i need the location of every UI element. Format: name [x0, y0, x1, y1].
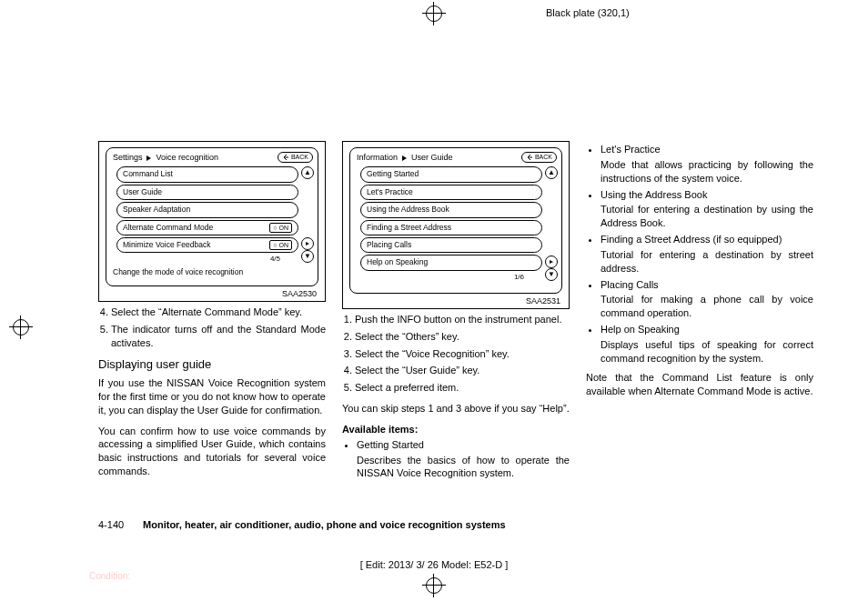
scroll-right-icon[interactable]: ▸	[545, 255, 558, 268]
item-title: Finding a Street Address (if so equipped…	[601, 234, 782, 245]
back-arrow-icon	[282, 154, 289, 161]
item-desc: Describes the basics of how to operate t…	[357, 454, 570, 481]
list-counter: 1/6	[360, 273, 542, 283]
step-item: The indicator turns off and the Standard…	[111, 323, 326, 350]
paragraph: You can skip steps 1 and 3 above if you …	[342, 402, 570, 416]
bullet-list: Getting Started Describes the basics of …	[342, 438, 570, 481]
step-item: Select a preferred item.	[355, 381, 570, 395]
item-desc: Tutorial for entering a destination by u…	[601, 203, 813, 230]
bullet-list: Let's Practice Mode that allows practici…	[586, 143, 813, 366]
menu-item[interactable]: Command List	[116, 166, 298, 182]
list-item: Placing Calls Tutorial for making a phon…	[601, 278, 813, 321]
scrollbar[interactable]: ▲ ▸ ▼	[544, 165, 559, 283]
ui-footer-hint	[353, 283, 559, 285]
item-title: Help on Speaking	[601, 324, 680, 335]
menu-item[interactable]: User Guide	[116, 185, 298, 200]
ui-footer-hint: Change the mode of voice recognition	[109, 265, 315, 277]
toggle-on-icon: ○ ON	[269, 240, 292, 250]
scroll-right-icon[interactable]: ▸	[301, 237, 314, 250]
step-item: Select the “Others” key.	[355, 330, 570, 344]
menu-item[interactable]: Speaker Adaptation	[116, 202, 298, 217]
paragraph: If you use the NISSAN Voice Recognition …	[98, 376, 326, 417]
scroll-up-icon[interactable]: ▲	[301, 166, 314, 179]
back-label: BACK	[535, 153, 552, 161]
scrollbar[interactable]: ▲ ▸ ▼	[300, 165, 315, 265]
list-item: Let's Practice Mode that allows practici…	[601, 143, 813, 185]
list-counter: 4/5	[116, 255, 298, 265]
item-desc: Tutorial for making a phone call by voic…	[601, 293, 813, 320]
item-title: Placing Calls	[601, 279, 659, 290]
step-item: Select the “User Guide” key.	[355, 364, 570, 377]
column-3: Let's Practice Mode that allows practici…	[586, 141, 813, 486]
page-number: 4-140	[98, 519, 140, 530]
menu-item[interactable]: Help on Speaking	[360, 255, 542, 270]
item-title: Using the Address Book	[601, 189, 707, 200]
registration-mark	[422, 574, 446, 597]
edit-stamp: [ Edit: 2013/ 3/ 26 Model: E52-D ]	[0, 559, 868, 570]
ui-breadcrumb-bar: Settings Voice recognition BACK	[109, 148, 315, 165]
list-item: Getting Started Describes the basics of …	[357, 438, 570, 481]
menu-item[interactable]: Alternate Command Mode○ ON	[116, 220, 298, 235]
paragraph: You can confirm how to use voice command…	[98, 425, 326, 478]
registration-mark	[422, 2, 446, 25]
breadcrumb-a: Settings	[113, 153, 143, 162]
breadcrumb-b: User Guide	[411, 153, 453, 162]
back-button[interactable]: BACK	[521, 152, 557, 162]
crop-mark	[0, 45, 1, 91]
menu-item[interactable]: Minimize Voice Feedback○ ON	[116, 237, 298, 253]
crop-mark	[0, 0, 1, 45]
step-item: Select the “Voice Recognition” key.	[355, 347, 570, 361]
ui-menu-list: Command List User Guide Speaker Adaptati…	[109, 165, 300, 265]
menu-item[interactable]: Placing Calls	[360, 237, 542, 253]
list-item: Using the Address Book Tutorial for ente…	[601, 188, 813, 231]
step-item: Push the INFO button on the instrument p…	[355, 313, 570, 326]
step-list: Select the “Alternate Command Mode” key.…	[98, 306, 326, 350]
back-label: BACK	[291, 153, 308, 161]
scroll-down-icon[interactable]: ▼	[545, 268, 558, 281]
column-1: Settings Voice recognition BACK Command …	[98, 141, 326, 486]
step-item: Select the “Alternate Command Mode” key.	[111, 306, 326, 319]
item-desc: Mode that allows practicing by following…	[601, 158, 813, 185]
page: Black plate (320,1) Settings Voice recog…	[0, 0, 868, 601]
menu-item[interactable]: Finding a Street Address	[360, 220, 542, 235]
ui-window: Settings Voice recognition BACK Command …	[106, 147, 318, 286]
column-2: Information User Guide BACK Getting Star…	[342, 141, 570, 486]
screenshot-left: Settings Voice recognition BACK Command …	[98, 141, 326, 302]
breadcrumb-a: Information	[357, 153, 398, 162]
breadcrumb-b: Voice recognition	[156, 153, 219, 162]
step-list: Push the INFO button on the instrument p…	[342, 313, 570, 395]
note-paragraph: Note that the Command List feature is on…	[586, 371, 813, 398]
item-title: Let's Practice	[601, 144, 661, 155]
chevron-right-icon	[402, 155, 407, 161]
item-desc: Displays useful tips of speaking for cor…	[601, 338, 813, 366]
registration-mark	[9, 316, 33, 339]
page-footer: 4-140 Monitor, heater, air conditioner, …	[98, 519, 506, 530]
back-arrow-icon	[526, 154, 533, 161]
screenshot-right: Information User Guide BACK Getting Star…	[342, 141, 570, 309]
ui-menu-list: Getting Started Let's Practice Using the…	[353, 165, 544, 283]
ui-breadcrumb-bar: Information User Guide BACK	[353, 148, 559, 165]
section-title: Monitor, heater, air conditioner, audio,…	[143, 519, 506, 530]
list-item: Help on Speaking Displays useful tips of…	[601, 323, 813, 366]
content-columns: Settings Voice recognition BACK Command …	[98, 141, 813, 486]
menu-item[interactable]: Getting Started	[360, 166, 542, 182]
scroll-up-icon[interactable]: ▲	[545, 166, 558, 179]
list-item: Finding a Street Address (if so equipped…	[601, 233, 813, 275]
plate-label: Black plate (320,1)	[546, 7, 630, 18]
menu-item[interactable]: Let's Practice	[360, 185, 542, 200]
item-desc: Tutorial for entering a destination by s…	[601, 248, 813, 275]
figure-label: SAA2530	[106, 286, 318, 299]
scroll-down-icon[interactable]: ▼	[301, 250, 314, 263]
back-button[interactable]: BACK	[278, 152, 313, 162]
toggle-on-icon: ○ ON	[269, 223, 292, 233]
crop-mark	[0, 91, 36, 92]
chevron-right-icon	[146, 155, 151, 161]
item-title: Getting Started	[357, 439, 424, 450]
menu-item[interactable]: Using the Address Book	[360, 202, 542, 217]
available-items-heading: Available items:	[342, 423, 570, 436]
ui-window: Information User Guide BACK Getting Star…	[349, 147, 562, 294]
figure-label: SAA2531	[349, 294, 562, 306]
condition-label: Condition:	[89, 571, 130, 581]
section-heading: Displaying user guide	[98, 356, 326, 373]
